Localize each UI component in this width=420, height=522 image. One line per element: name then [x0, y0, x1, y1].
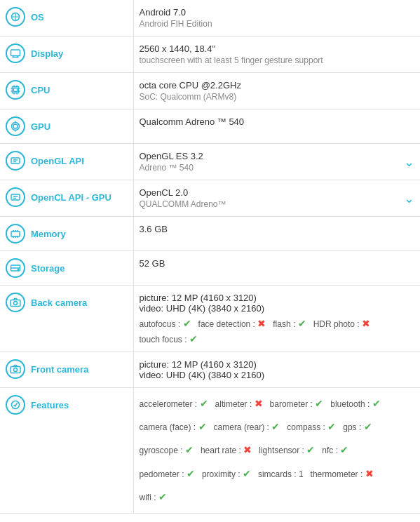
- pedometer-check: ✔: [187, 468, 195, 479]
- chevron-icon-opencl[interactable]: ⌄: [404, 192, 414, 205]
- label-text-cpu: CPU: [31, 85, 50, 95]
- touch-focus-check: ✔: [189, 333, 198, 344]
- row-back_camera: Back camera picture: 12 MP (4160 x 3120)…: [0, 286, 420, 352]
- label-inner-features: Features: [6, 395, 128, 415]
- label-inner-cpu: CPU: [6, 80, 128, 100]
- label-inner-display: Display: [6, 44, 128, 63]
- nfc-check: ✔: [340, 444, 348, 455]
- face-detection-cross: ✖: [257, 318, 266, 329]
- label-text-display: Display: [31, 48, 63, 59]
- svg-point-34: [18, 269, 19, 271]
- flash-check: ✔: [298, 318, 306, 329]
- altimeter-cross: ✖: [255, 398, 263, 409]
- camera-rear-check: ✔: [271, 421, 280, 432]
- label-text-opengl: OpenGL API: [31, 156, 84, 166]
- label-inner-front_camera: Front camera: [6, 359, 128, 379]
- label-text-features: Features: [31, 400, 69, 410]
- value-sub-opengl: Adreno ™ 540: [140, 163, 203, 173]
- row-display: Display 2560 x 1440, 18.4" touchscreen w…: [0, 36, 420, 73]
- value-row-opengl: OpenGL ES 3.2 Adreno ™ 540 ⌄: [140, 151, 415, 173]
- label-inner-storage: Storage: [6, 258, 128, 278]
- svg-point-16: [12, 123, 20, 130]
- specs-table: OS Android 7.0 Android FIH Edition Displ…: [0, 0, 420, 514]
- value-sub-os: Android FIH Edition: [140, 19, 415, 29]
- camera-icon: [6, 293, 25, 312]
- value-sub-opencl: QUALCOMM Adreno™: [140, 199, 226, 209]
- row-features: Features accelerometer : ✔ altimeter : ✖…: [0, 388, 420, 514]
- label-text-front_camera: Front camera: [31, 364, 88, 375]
- label-text-os: OS: [31, 12, 44, 22]
- camera-face-check: ✔: [198, 421, 207, 432]
- proximity-check: ✔: [243, 468, 251, 479]
- row-opencl: OpenCL API - GPU OpenCL 2.0 QUALCOMM Adr…: [0, 180, 420, 217]
- svg-rect-22: [11, 194, 20, 200]
- storage-icon: [6, 258, 25, 278]
- value-main-cpu: octa core CPU @2.2GHz: [140, 80, 415, 91]
- back-camera-value: picture: 12 MP (4160 x 3120) video: UHD …: [140, 293, 415, 344]
- gyroscope-check: ✔: [185, 444, 194, 455]
- features-icon: [6, 395, 25, 415]
- front-camera-value: picture: 12 MP (4160 x 3120) video: UHD …: [140, 359, 415, 380]
- label-text-opencl: OpenCL API - GPU: [31, 192, 111, 203]
- value-sub-display: touchscreen with at least 5 finger gestu…: [140, 55, 415, 65]
- svg-point-15: [13, 124, 18, 128]
- opengl-icon: [6, 151, 25, 170]
- svg-rect-6: [14, 88, 18, 92]
- autofocus-check: ✔: [183, 318, 191, 329]
- value-content-opengl: OpenGL ES 3.2 Adreno ™ 540: [140, 151, 203, 173]
- value-row-opencl: OpenCL 2.0 QUALCOMM Adreno™ ⌄: [140, 187, 415, 209]
- os-icon: [6, 7, 25, 27]
- features-line-4: pedometer : ✔ proximity : ✔ simcards : 1…: [140, 465, 415, 483]
- value-content-opencl: OpenCL 2.0 QUALCOMM Adreno™: [140, 187, 226, 209]
- value-main-display: 2560 x 1440, 18.4": [140, 44, 415, 54]
- gps-check: ✔: [364, 421, 372, 432]
- row-gpu: GPU Qualcomm Adreno ™ 540: [0, 109, 420, 144]
- thermometer-cross: ✖: [365, 468, 374, 479]
- bluetooth-check: ✔: [372, 398, 381, 409]
- front-camera-picture: picture: 12 MP (4160 x 3120): [140, 359, 415, 370]
- label-text-back_camera: Back camera: [31, 297, 87, 308]
- memory-icon: [6, 224, 25, 243]
- display-icon: [6, 44, 25, 63]
- value-main-opencl: OpenCL 2.0: [140, 187, 226, 198]
- value-sub-cpu: SoC: Qualcomm (ARMv8): [140, 92, 415, 102]
- row-cpu: CPU octa core CPU @2.2GHz SoC: Qualcomm …: [0, 73, 420, 109]
- back-camera-picture: picture: 12 MP (4160 x 3120): [140, 293, 415, 303]
- label-text-storage: Storage: [31, 263, 65, 274]
- value-main-memory: 3.6 GB: [140, 224, 415, 234]
- svg-rect-25: [11, 232, 20, 236]
- label-inner-os: OS: [6, 7, 128, 27]
- wifi-check: ✔: [158, 491, 167, 502]
- svg-rect-1: [11, 50, 20, 56]
- label-inner-gpu: GPU: [6, 116, 128, 136]
- features-line-5: wifi : ✔: [140, 488, 415, 506]
- value-main-gpu: Qualcomm Adreno ™ 540: [140, 116, 415, 127]
- row-os: OS Android 7.0 Android FIH Edition: [0, 0, 420, 36]
- value-main-os: Android 7.0: [140, 7, 415, 18]
- hdr-cross: ✖: [362, 318, 370, 329]
- row-front_camera: Front camera picture: 12 MP (4160 x 3120…: [0, 352, 420, 388]
- gpu-icon: [6, 116, 25, 136]
- label-text-gpu: GPU: [31, 121, 50, 132]
- label-inner-back_camera: Back camera: [6, 293, 128, 312]
- value-main-opengl: OpenGL ES 3.2: [140, 151, 203, 161]
- chevron-icon-opengl[interactable]: ⌄: [404, 156, 414, 168]
- front-camera-video: video: UHD (4K) (3840 x 2160): [140, 370, 415, 380]
- row-memory: Memory 3.6 GB: [0, 217, 420, 251]
- label-text-memory: Memory: [31, 229, 66, 239]
- opencl-icon: [6, 187, 25, 207]
- row-opengl: OpenGL API OpenGL ES 3.2 Adreno ™ 540 ⌄: [0, 144, 420, 180]
- features-line-3: gyroscope : ✔ heart rate : ✖ lightsensor…: [140, 441, 415, 459]
- features-value: accelerometer : ✔ altimeter : ✖ baromete…: [140, 395, 415, 506]
- label-inner-memory: Memory: [6, 224, 128, 243]
- features-line-2: camera (face) : ✔ camera (rear) : ✔ comp…: [140, 418, 415, 436]
- heart-rate-cross: ✖: [243, 444, 252, 455]
- features-line-1: accelerometer : ✔ altimeter : ✖ baromete…: [140, 395, 415, 413]
- back-camera-features-2: touch focus : ✔: [140, 333, 415, 344]
- cpu-icon: [6, 80, 25, 100]
- svg-point-36: [14, 302, 18, 305]
- value-main-storage: 52 GB: [140, 258, 415, 269]
- row-storage: Storage 52 GB: [0, 251, 420, 286]
- accelerometer-check: ✔: [200, 398, 208, 409]
- label-inner-opengl: OpenGL API: [6, 151, 128, 170]
